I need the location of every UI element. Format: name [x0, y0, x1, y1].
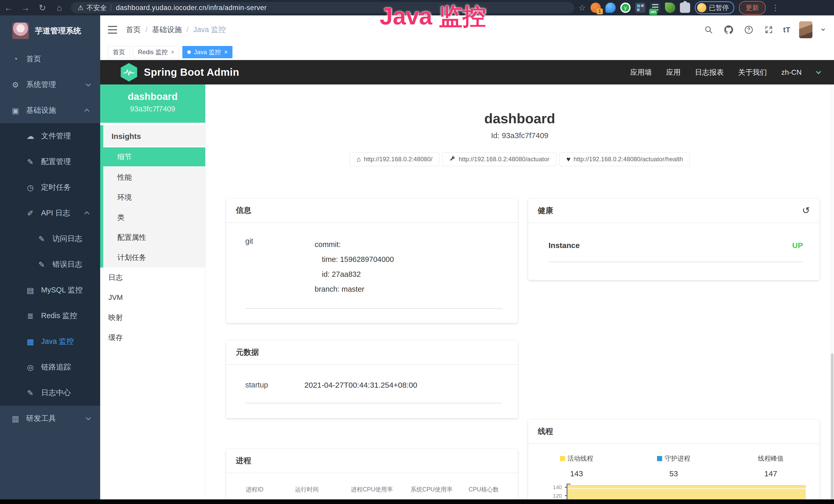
sba-nav-journal[interactable]: 日志报表 [695, 68, 724, 77]
browser-profile-chip[interactable]: 已暂停 [695, 1, 734, 14]
process-card: 进程 进程ID 运行时间 进程CPU使用率 系统CPU使用率 CPU核心数 [226, 449, 518, 504]
breadcrumb-home[interactable]: 首页 [126, 25, 141, 35]
metadata-card-title: 元数据 [226, 340, 518, 365]
breadcrumb-infra[interactable]: 基础设施 [152, 25, 182, 35]
spring-boot-admin-logo[interactable] [121, 63, 137, 82]
extension-icon-orange[interactable]: 1 [591, 3, 601, 13]
col-system-cpu: 系统CPU使用率 [403, 485, 460, 494]
extension-icon-onetab[interactable]: on [650, 3, 660, 13]
cards-left-column: 信息 git commit: time: 1596289704000 id: 2… [226, 199, 518, 504]
menu-item-mappings[interactable]: 映射 [100, 307, 205, 328]
spring-boot-admin-navbar: Spring Boot Admin 应用墙 应用 日志报表 关于我们 zh-CN [100, 60, 834, 85]
sba-nav-wall[interactable]: 应用墙 [630, 68, 652, 77]
health-instance-label[interactable]: Instance [549, 241, 580, 250]
extensions-puzzle-icon[interactable] [680, 3, 690, 13]
back-icon[interactable]: ← [0, 3, 17, 13]
text-size-icon[interactable]: tT [783, 25, 790, 34]
menu-item-jvm[interactable]: JVM [100, 288, 205, 307]
sidebar-item-redis-monitor[interactable]: ≣ Redis 监控 [0, 303, 100, 329]
link-text: http://192.168.0.2:48080/actuator/health [574, 156, 683, 163]
git-id-line: id: 27aa832 [315, 267, 394, 282]
sidebar-item-scheduled-jobs[interactable]: ◷ 定时任务 [0, 175, 100, 200]
history-icon[interactable]: ↺ [802, 205, 810, 216]
log-icon: ✎ [25, 388, 36, 397]
scrollbar-thumb[interactable] [831, 353, 833, 504]
tab-home[interactable]: 首页 [108, 46, 130, 58]
extension-icon-leaf[interactable] [665, 3, 675, 13]
forward-icon[interactable]: → [17, 3, 34, 13]
sidebar-item-tracing[interactable]: ◎ 链路追踪 [0, 354, 100, 380]
reload-icon[interactable]: ↻ [34, 3, 51, 13]
sidebar-item-label: 配置管理 [41, 157, 71, 167]
address-bar[interactable]: ⚠ 不安全 dashboard.yudao.iocoder.cn/infra/a… [71, 2, 574, 13]
app-main: 首页 / 基础设施 / Java 监控 tT [100, 16, 834, 504]
menu-item-classes[interactable]: 类 [103, 207, 205, 228]
redis-stack-icon: ≣ [25, 312, 36, 320]
sidebar-item-config-manage[interactable]: ✎ 配置管理 [0, 149, 100, 175]
sidebar-toggle-icon[interactable] [108, 26, 117, 33]
sidebar-item-access-log[interactable]: ✎ 访问日志 [0, 226, 100, 252]
close-icon[interactable]: × [171, 48, 174, 56]
locale-caret-icon[interactable] [816, 69, 821, 74]
bookmark-star-icon[interactable]: ☆ [578, 3, 586, 13]
menu-item-scheduled-tasks[interactable]: 计划任务 [103, 248, 205, 268]
browser-home-icon[interactable]: ⌂ [51, 3, 68, 13]
menu-item-config-props[interactable]: 配置属性 [103, 228, 205, 248]
sidebar-item-log-center[interactable]: ✎ 日志中心 [0, 380, 100, 406]
link-health-url[interactable]: ♥ http://192.168.0.2:48080/actuator/heal… [559, 152, 690, 166]
link-actuator-url[interactable]: http://192.168.0.2:48080/actuator [442, 152, 556, 166]
link-service-url[interactable]: ⌂ http://192.168.0.2:48080/ [350, 152, 439, 166]
sidebar-group-dev-tools[interactable]: ▥ 研发工具 [0, 406, 100, 431]
fullscreen-icon[interactable] [763, 24, 774, 36]
heart-pulse-icon: ♥ [566, 155, 570, 163]
sidebar-item-mysql-monitor[interactable]: ▤ MySQL 监控 [0, 277, 100, 303]
sidebar-group-infra[interactable]: ▣ 基础设施 [0, 97, 100, 123]
tabs-bar: 首页 Redis 监控 × Java 监控 × [100, 44, 834, 60]
legend-daemon-threads: 守护进程 [625, 454, 722, 463]
extension-on-badge: on [649, 9, 658, 15]
legend-peak-threads: 线程峰值 [722, 454, 819, 463]
avatar-caret-icon[interactable] [821, 27, 825, 31]
info-git-value: commit: time: 1596289704000 id: 27aa832 … [315, 237, 394, 297]
content-scrollbar[interactable] [830, 85, 834, 504]
sba-nav-applications[interactable]: 应用 [666, 68, 681, 77]
breadcrumb-separator: / [146, 26, 148, 34]
sba-locale-select[interactable]: zh-CN [781, 68, 802, 76]
peak-threads-value: 147 [722, 469, 819, 478]
browser-menu-icon[interactable]: ⋮ [770, 3, 781, 13]
menu-item-caches[interactable]: 缓存 [100, 328, 205, 348]
app-logo-row: 芋道管理系统 [0, 16, 100, 46]
extension-icon-green[interactable]: y [620, 3, 631, 13]
sidebar-item-home[interactable]: ◔ 首页 [0, 46, 100, 72]
search-icon[interactable] [703, 24, 714, 36]
daemon-threads-value: 53 [625, 469, 722, 478]
divider [549, 261, 803, 262]
sidebar-item-error-log[interactable]: ✎ 错误日志 [0, 252, 100, 277]
sidebar-item-file-manage[interactable]: ☁ 文件管理 [0, 123, 100, 149]
breadcrumb-separator: / [186, 26, 189, 34]
github-icon[interactable] [723, 24, 734, 36]
menu-item-metrics[interactable]: 性能 [103, 167, 205, 187]
not-secure-warning-icon[interactable]: ⚠ [78, 4, 84, 12]
extension-icon-pin[interactable] [606, 3, 616, 13]
menu-item-logs[interactable]: 日志 [100, 268, 205, 288]
tab-redis-monitor[interactable]: Redis 监控 × [133, 46, 179, 58]
sidebar-item-label: 访问日志 [52, 234, 82, 244]
sidebar-group-system[interactable]: ⚙ 系统管理 [0, 72, 100, 97]
menu-item-environment[interactable]: 环境 [103, 187, 205, 207]
sidebar-item-java-monitor[interactable]: ▦ Java 监控 [0, 329, 100, 354]
tab-java-monitor[interactable]: Java 监控 × [182, 46, 233, 58]
infrastructure-icon: ▣ [10, 106, 21, 115]
spring-boot-admin-title: Spring Boot Admin [144, 67, 239, 78]
browser-update-button[interactable]: 更新 [739, 1, 766, 15]
sba-nav-about[interactable]: 关于我们 [738, 68, 767, 77]
threads-card: 线程 活动线程 守护进程 [528, 419, 820, 504]
extension-icon-grid[interactable] [635, 3, 645, 13]
menu-item-details[interactable]: 细节 [103, 147, 205, 167]
timer-icon: ◷ [25, 183, 36, 192]
user-avatar[interactable] [799, 21, 812, 38]
sidebar-group-api-log[interactable]: ✐ API 日志 [0, 200, 100, 226]
close-icon[interactable]: × [224, 48, 227, 56]
help-icon[interactable] [743, 24, 754, 36]
instance-sidebar: dashboard 93a3fc7f7409 Insights 细节 性能 环境… [100, 85, 205, 504]
